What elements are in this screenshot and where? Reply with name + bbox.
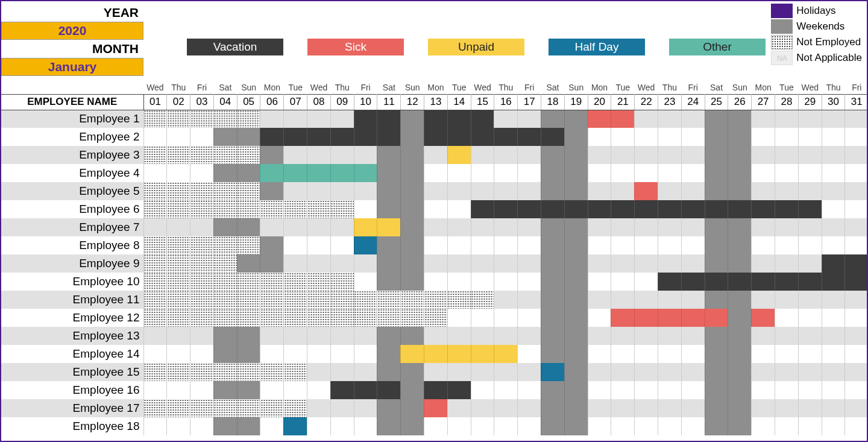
day-cell[interactable]: [658, 110, 682, 128]
day-cell[interactable]: [752, 399, 775, 417]
day-cell[interactable]: [213, 254, 237, 273]
day-cell[interactable]: [167, 254, 190, 273]
day-cell[interactable]: [167, 363, 190, 381]
day-cell[interactable]: [167, 236, 190, 254]
day-cell[interactable]: [377, 345, 401, 363]
day-cell[interactable]: [541, 381, 565, 399]
day-cell[interactable]: [775, 417, 799, 435]
day-cell[interactable]: [471, 128, 494, 146]
day-cell[interactable]: [143, 381, 167, 399]
day-cell[interactable]: [284, 200, 307, 218]
day-cell[interactable]: [798, 381, 822, 399]
day-cell[interactable]: [190, 146, 214, 164]
day-cell[interactable]: [190, 327, 214, 345]
day-cell[interactable]: [494, 399, 518, 417]
day-cell[interactable]: [471, 309, 494, 327]
day-cell[interactable]: [705, 128, 728, 146]
day-cell[interactable]: [798, 236, 822, 254]
day-cell[interactable]: [681, 146, 705, 164]
day-cell[interactable]: [307, 309, 331, 327]
day-cell[interactable]: [377, 218, 401, 236]
day-cell[interactable]: [728, 164, 752, 182]
day-cell[interactable]: [307, 381, 331, 399]
year-value[interactable]: 2020: [1, 22, 143, 40]
day-cell[interactable]: [260, 110, 284, 128]
day-cell[interactable]: [237, 309, 260, 327]
day-cell[interactable]: [775, 363, 799, 381]
day-cell[interactable]: [705, 273, 728, 291]
day-cell[interactable]: [284, 110, 307, 128]
day-cell[interactable]: [143, 200, 167, 218]
day-cell[interactable]: [494, 110, 518, 128]
day-cell[interactable]: [518, 273, 541, 291]
day-cell[interactable]: [611, 345, 635, 363]
day-cell[interactable]: [822, 273, 845, 291]
day-cell[interactable]: [845, 417, 868, 435]
day-cell[interactable]: [190, 399, 214, 417]
day-cell[interactable]: [330, 345, 354, 363]
day-cell[interactable]: [377, 417, 401, 435]
day-cell[interactable]: [143, 399, 167, 417]
day-cell[interactable]: [237, 254, 260, 273]
day-cell[interactable]: [518, 363, 541, 381]
day-cell[interactable]: [822, 345, 845, 363]
day-cell[interactable]: [518, 254, 541, 273]
day-cell[interactable]: [494, 327, 518, 345]
day-cell[interactable]: [705, 417, 728, 435]
day-cell[interactable]: [705, 327, 728, 345]
day-cell[interactable]: [471, 273, 494, 291]
day-cell[interactable]: [564, 254, 588, 273]
day-cell[interactable]: [635, 110, 658, 128]
day-cell[interactable]: [752, 417, 775, 435]
day-cell[interactable]: [401, 291, 424, 309]
day-cell[interactable]: [518, 128, 541, 146]
day-cell[interactable]: [658, 399, 682, 417]
day-cell[interactable]: [447, 110, 471, 128]
day-cell[interactable]: [541, 327, 565, 345]
day-cell[interactable]: [424, 182, 448, 200]
day-cell[interactable]: [775, 309, 799, 327]
day-cell[interactable]: [330, 399, 354, 417]
day-cell[interactable]: [564, 200, 588, 218]
day-cell[interactable]: [611, 146, 635, 164]
day-cell[interactable]: [377, 327, 401, 345]
day-cell[interactable]: [307, 363, 331, 381]
day-cell[interactable]: [822, 182, 845, 200]
day-cell[interactable]: [284, 345, 307, 363]
day-cell[interactable]: [190, 254, 214, 273]
day-cell[interactable]: [447, 309, 471, 327]
day-cell[interactable]: [635, 381, 658, 399]
day-cell[interactable]: [494, 273, 518, 291]
day-cell[interactable]: [705, 164, 728, 182]
day-cell[interactable]: [681, 218, 705, 236]
day-cell[interactable]: [752, 218, 775, 236]
day-cell[interactable]: [705, 381, 728, 399]
day-cell[interactable]: [213, 273, 237, 291]
day-cell[interactable]: [494, 291, 518, 309]
day-cell[interactable]: [354, 417, 377, 435]
day-cell[interactable]: [401, 381, 424, 399]
day-cell[interactable]: [564, 417, 588, 435]
day-cell[interactable]: [728, 291, 752, 309]
day-cell[interactable]: [541, 291, 565, 309]
day-cell[interactable]: [354, 110, 377, 128]
day-cell[interactable]: [213, 417, 237, 435]
day-cell[interactable]: [494, 381, 518, 399]
day-cell[interactable]: [307, 254, 331, 273]
day-cell[interactable]: [330, 236, 354, 254]
day-cell[interactable]: [190, 309, 214, 327]
day-cell[interactable]: [775, 327, 799, 345]
day-cell[interactable]: [728, 399, 752, 417]
day-cell[interactable]: [237, 291, 260, 309]
day-cell[interactable]: [330, 363, 354, 381]
day-cell[interactable]: [752, 363, 775, 381]
day-cell[interactable]: [775, 164, 799, 182]
day-cell[interactable]: [611, 381, 635, 399]
day-cell[interactable]: [798, 345, 822, 363]
day-cell[interactable]: [845, 381, 868, 399]
day-cell[interactable]: [377, 399, 401, 417]
day-cell[interactable]: [845, 254, 868, 273]
day-cell[interactable]: [471, 399, 494, 417]
day-cell[interactable]: [588, 291, 611, 309]
day-cell[interactable]: [822, 200, 845, 218]
